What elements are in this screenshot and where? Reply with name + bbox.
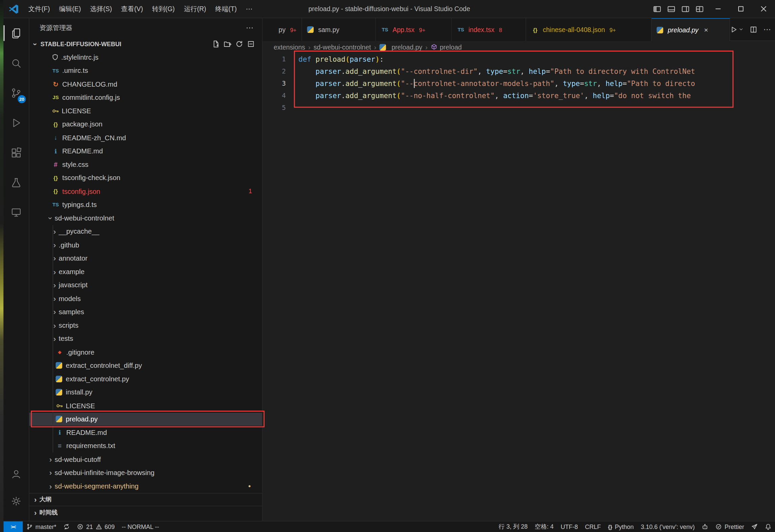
tree-folder-javascript[interactable]: ›javascript (29, 278, 262, 292)
cursor-position-item[interactable]: 行 3, 列 28 (495, 522, 531, 532)
remote-indicator[interactable]: >< (4, 522, 23, 532)
tree-file-CHANGELOG.md[interactable]: ↻CHANGELOG.md (29, 78, 262, 91)
menu-item-6[interactable]: 终端(T) (211, 0, 241, 18)
more-actions-icon[interactable]: ⋯ (764, 25, 771, 34)
prettier-item[interactable]: Prettier (712, 522, 748, 532)
tree-folder-sd-webui-infinite-image-browsing[interactable]: ›sd-webui-infinite-image-browsing (29, 466, 262, 479)
menu-item-1[interactable]: 编辑(E) (54, 0, 85, 18)
tree-file-requirements.txt[interactable]: ≡requirements.txt (29, 439, 262, 453)
tree-folder-sd-webui-controlnet[interactable]: ›sd-webui-controlnet (29, 211, 262, 225)
tab-index.tsx[interactable]: TSindex.tsx8 (452, 18, 526, 41)
close-button[interactable] (752, 0, 775, 18)
workspace-section-header[interactable]: › STABLE-DIFFUSION-WEBUI (29, 37, 262, 51)
tree-file-commitlint.config.js[interactable]: JScommitlint.config.js (29, 91, 262, 104)
tree-file-extract_controlnet.py[interactable]: extract_controlnet.py (29, 372, 262, 386)
settings-button[interactable] (4, 487, 29, 515)
minimize-button[interactable] (707, 0, 730, 18)
chevron-right-icon: › (51, 322, 59, 329)
menu-item-5[interactable]: 运行(R) (179, 0, 211, 18)
toggle-secondary-sidebar-icon[interactable] (679, 0, 693, 18)
copilot-item[interactable] (698, 522, 712, 532)
activity-run-debug[interactable] (4, 108, 29, 138)
tree-file-tsconfig.json[interactable]: {}tsconfig.json1 (29, 185, 262, 198)
timeline-section-header[interactable]: › 时间线 (29, 506, 262, 519)
menu-item-2[interactable]: 选择(S) (85, 0, 116, 18)
indentation-item[interactable]: 空格: 4 (531, 522, 557, 532)
tree-file-package.json[interactable]: {}package.json (29, 118, 262, 131)
customize-layout-icon[interactable] (693, 0, 707, 18)
tree-file-README.md[interactable]: ℹREADME.md (29, 426, 262, 439)
account-button[interactable] (4, 460, 29, 487)
sync-item[interactable] (60, 522, 74, 532)
tab-py[interactable]: py9+ (263, 18, 302, 41)
toggle-sidebar-icon[interactable] (650, 0, 664, 18)
tree-file-.stylelintrc.js[interactable]: .stylelintrc.js (29, 51, 262, 64)
python-interpreter-item[interactable]: 3.10.6 ('venv': venv) (637, 522, 698, 532)
more-actions-icon[interactable]: ⋯ (246, 23, 254, 32)
tree-file-LICENSE[interactable]: LICENSE (29, 399, 262, 413)
tree-file-preload.py[interactable]: preload.py (29, 412, 262, 426)
menu-item-3[interactable]: 查看(V) (116, 0, 147, 18)
activity-testing[interactable] (4, 168, 29, 198)
tree-file-extract_controlnet_diff.py[interactable]: extract_controlnet_diff.py (29, 359, 262, 372)
tree-folder-.github[interactable]: ›.github (29, 238, 262, 252)
language-mode-item[interactable]: {} Python (604, 522, 637, 532)
activity-remote-explorer[interactable] (4, 197, 29, 227)
notifications-item[interactable] (762, 522, 775, 532)
menu-item-7[interactable]: ⋯ (241, 0, 257, 18)
refresh-icon[interactable] (235, 40, 243, 48)
toggle-panel-icon[interactable] (664, 0, 679, 18)
breadcrumb-item[interactable]: preload.py (379, 43, 422, 51)
tree-file-style.css[interactable]: #style.css (29, 158, 262, 171)
problems-item[interactable]: 21 609 (74, 522, 118, 532)
tree-file-.gitignore[interactable]: ◆.gitignore (29, 346, 262, 359)
tree-folder-sd-webui-cutoff[interactable]: ›sd-webui-cutoff (29, 453, 262, 466)
tree-folder-models[interactable]: ›models (29, 292, 262, 305)
vim-mode-item[interactable]: -- NORMAL -- (118, 522, 163, 532)
window-title: preload.py - stable-diffusion-webui - Vi… (309, 5, 470, 13)
collapse-all-icon[interactable] (247, 40, 255, 48)
tree-folder-scripts[interactable]: ›scripts (29, 319, 262, 332)
breadcrumb-item[interactable]: extensions (274, 43, 305, 51)
tab-chinese-all-0408.json[interactable]: {}chinese-all-0408.json9+ (526, 18, 652, 41)
breadcrumb-item[interactable]: preload (431, 43, 462, 51)
tree-folder-example[interactable]: ›example (29, 265, 262, 278)
tree-folder-annotator[interactable]: ›annotator (29, 252, 262, 265)
maximize-button[interactable] (729, 0, 752, 18)
new-file-icon[interactable] (212, 40, 220, 48)
close-icon[interactable]: × (704, 26, 708, 33)
tree-file-typings.d.ts[interactable]: TStypings.d.ts (29, 198, 262, 211)
menu-item-4[interactable]: 转到(G) (147, 0, 179, 18)
git-branch-item[interactable]: master* (23, 522, 60, 532)
tree-folder-samples[interactable]: ›samples (29, 305, 262, 319)
feedback-item[interactable] (748, 522, 762, 532)
eol-item[interactable]: CRLF (581, 522, 604, 532)
encoding-item[interactable]: UTF-8 (557, 522, 581, 532)
split-editor-icon[interactable] (750, 26, 757, 33)
tab-sam.py[interactable]: sam.py (302, 18, 376, 41)
warning-count: 609 (105, 523, 115, 530)
tree-file-install.py[interactable]: install.py (29, 386, 262, 399)
tab-App.tsx[interactable]: TSApp.tsx9+ (376, 18, 452, 41)
outline-section-header[interactable]: › 大纲 (29, 493, 262, 506)
chevron-right-icon: › (51, 228, 59, 235)
activity-source-control[interactable]: 20 (4, 78, 29, 108)
new-folder-icon[interactable] (224, 40, 232, 48)
tree-file-README.md[interactable]: ℹREADME.md (29, 144, 262, 158)
tree-file-LICENSE[interactable]: LICENSE (29, 104, 262, 118)
tree-file-README-zh_CN.md[interactable]: ↓README-zh_CN.md (29, 131, 262, 145)
tree-file-.umirc.ts[interactable]: TS.umirc.ts (29, 64, 262, 78)
run-python-file-button[interactable] (730, 26, 744, 33)
tree-folder-__pycache__[interactable]: ›__pycache__ (29, 225, 262, 238)
tree-folder-sd-webui-segment-anything[interactable]: ›sd-webui-segment-anything● (29, 479, 262, 493)
activity-extensions[interactable] (4, 138, 29, 168)
breadcrumb-item[interactable]: sd-webui-controlnet (314, 43, 371, 51)
tree-folder-tests[interactable]: ›tests (29, 332, 262, 346)
tree-file-tsconfig-check.json[interactable]: {}tsconfig-check.json (29, 171, 262, 185)
activity-search[interactable] (4, 48, 29, 78)
menu-item-0[interactable]: 文件(F) (24, 0, 55, 18)
code-editor[interactable]: 1def preload(parser):2 parser.add_argume… (263, 53, 775, 114)
activity-explorer[interactable] (4, 18, 29, 48)
tab-preload.py[interactable]: preload.py× (652, 18, 730, 41)
chevron-right-icon: › (51, 255, 59, 262)
